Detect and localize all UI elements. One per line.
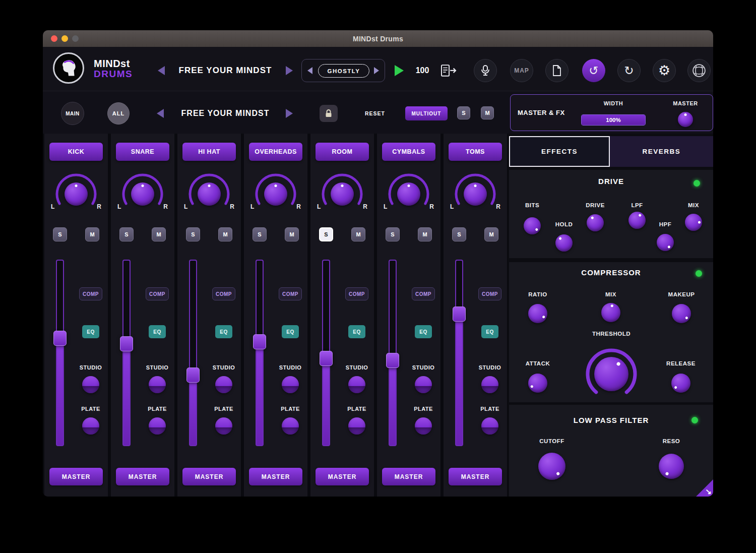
studio-send-knob[interactable] <box>215 376 232 393</box>
plate-send-knob[interactable] <box>282 417 299 435</box>
channel-master-button[interactable]: MASTER <box>316 468 369 485</box>
multiout-button[interactable]: MULTIOUT <box>405 106 448 120</box>
pan-knob[interactable] <box>464 182 487 206</box>
map-button[interactable]: MAP <box>510 59 533 82</box>
pan-knob[interactable] <box>331 182 354 206</box>
width-slider[interactable]: 100% <box>581 114 646 126</box>
comp-button[interactable]: COMP <box>212 287 235 300</box>
volume-fader[interactable] <box>122 260 131 446</box>
tempo-value[interactable]: 100 <box>410 66 435 75</box>
reset-button[interactable]: RESET <box>360 110 390 116</box>
plate-send-knob[interactable] <box>348 417 365 435</box>
solo-button[interactable]: S <box>253 227 267 241</box>
toolbar-preset-next-icon[interactable] <box>286 109 293 118</box>
channel-name-button[interactable]: TOMS <box>449 143 502 161</box>
plate-send-knob[interactable] <box>149 417 166 435</box>
fader-handle[interactable] <box>453 306 466 322</box>
ratio-knob[interactable] <box>528 304 547 323</box>
preset-prev-icon[interactable] <box>158 66 165 75</box>
minimize-window-button[interactable] <box>61 35 68 42</box>
volume-fader[interactable] <box>455 260 463 446</box>
drive-mix-knob[interactable] <box>685 214 702 231</box>
fader-handle[interactable] <box>320 351 333 366</box>
volume-fader[interactable] <box>56 260 64 446</box>
channel-name-button[interactable]: KICK <box>49 143 103 161</box>
plate-send-knob[interactable] <box>215 417 232 435</box>
reso-knob[interactable] <box>659 454 684 479</box>
eq-button[interactable]: EQ <box>415 325 432 338</box>
midi-export-icon[interactable] <box>440 64 457 80</box>
titlebar[interactable]: MINDst Drums <box>43 30 713 47</box>
channel-master-button[interactable]: MASTER <box>49 468 103 485</box>
eq-button[interactable]: EQ <box>481 325 498 338</box>
comp-button[interactable]: COMP <box>279 287 302 300</box>
volume-fader[interactable] <box>322 260 330 446</box>
comp-button[interactable]: COMP <box>412 287 435 300</box>
studio-send-knob[interactable] <box>415 376 432 393</box>
channel-master-button[interactable]: MASTER <box>182 468 236 485</box>
lowpass-enable-led[interactable] <box>691 417 698 423</box>
comp-button[interactable]: COMP <box>79 287 102 300</box>
fader-handle[interactable] <box>253 334 266 349</box>
plate-send-knob[interactable] <box>481 417 498 435</box>
channel-name-button[interactable]: OVERHEADS <box>249 143 302 161</box>
studio-send-knob[interactable] <box>282 376 299 393</box>
master-knob[interactable] <box>678 112 693 127</box>
pan-knob[interactable] <box>264 182 287 206</box>
pattern-button[interactable] <box>687 59 711 82</box>
solo-button[interactable]: S <box>53 227 67 241</box>
solo-button[interactable]: S <box>452 227 466 241</box>
attack-knob[interactable] <box>528 374 547 393</box>
fader-handle[interactable] <box>53 331 67 346</box>
pan-control[interactable] <box>386 172 432 211</box>
mute-button[interactable]: M <box>484 227 498 241</box>
solo-button[interactable]: S <box>119 227 134 241</box>
bits-knob[interactable] <box>524 217 541 234</box>
channel-name-button[interactable]: CYMBALS <box>382 143 435 161</box>
pan-control[interactable] <box>319 172 365 211</box>
mute-button[interactable]: M <box>418 227 432 241</box>
pan-control[interactable] <box>186 172 232 211</box>
studio-send-knob[interactable] <box>149 376 166 393</box>
channel-master-button[interactable]: MASTER <box>116 468 169 485</box>
solo-button[interactable]: S <box>319 227 333 241</box>
pan-control[interactable] <box>119 172 166 211</box>
comp-button[interactable]: COMP <box>146 287 169 300</box>
lock-button[interactable] <box>320 105 338 122</box>
hold-knob[interactable] <box>555 234 573 252</box>
channel-master-button[interactable]: MASTER <box>382 468 435 485</box>
makeup-knob[interactable] <box>672 304 691 323</box>
fader-handle[interactable] <box>186 367 200 383</box>
eq-button[interactable]: EQ <box>149 325 166 338</box>
drive-enable-led[interactable] <box>694 180 700 187</box>
zoom-window-button[interactable] <box>72 35 79 42</box>
volume-fader[interactable] <box>389 260 397 446</box>
pan-knob[interactable] <box>131 182 154 206</box>
solo-button[interactable]: S <box>386 227 400 241</box>
kit-prev-icon[interactable] <box>307 67 312 74</box>
drive-hpf-knob[interactable] <box>657 234 674 251</box>
all-button[interactable]: ALL <box>107 102 130 125</box>
pan-control[interactable] <box>53 172 99 211</box>
redo-button[interactable]: ↻ <box>617 59 641 82</box>
undo-button[interactable]: ↺ <box>582 59 605 82</box>
global-solo-button[interactable]: S <box>457 106 470 119</box>
plate-send-knob[interactable] <box>82 417 99 435</box>
studio-send-knob[interactable] <box>481 376 498 393</box>
pan-control[interactable] <box>452 172 498 211</box>
compressor-enable-led[interactable] <box>696 270 702 277</box>
channel-master-button[interactable]: MASTER <box>249 468 302 485</box>
channel-name-button[interactable]: HI HAT <box>182 143 236 161</box>
pan-knob[interactable] <box>65 182 88 206</box>
mute-button[interactable]: M <box>85 227 99 241</box>
comp-mix-knob[interactable] <box>601 303 620 322</box>
volume-fader[interactable] <box>256 260 264 446</box>
eq-button[interactable]: EQ <box>82 325 99 338</box>
eq-button[interactable]: EQ <box>282 325 299 338</box>
mute-button[interactable]: M <box>351 227 365 241</box>
plate-send-knob[interactable] <box>415 417 432 435</box>
channel-name-button[interactable]: SNARE <box>116 143 169 161</box>
pan-knob[interactable] <box>198 182 221 206</box>
fader-handle[interactable] <box>386 353 399 368</box>
studio-send-knob[interactable] <box>82 376 99 393</box>
